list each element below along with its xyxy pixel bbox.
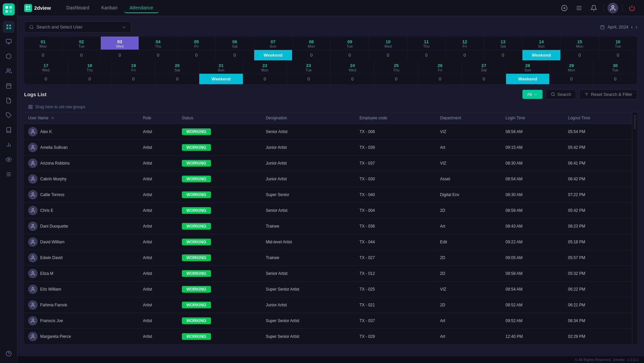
cal-day-02[interactable]: 02Tue xyxy=(62,37,100,50)
cal-day-22[interactable]: 22Mon xyxy=(243,60,287,73)
cal-day-14[interactable]: 14Sun xyxy=(522,37,561,50)
table-row[interactable]: Callie Torress Artist WORKING Super Seni… xyxy=(24,187,632,203)
cal-day-05[interactable]: 05Fri xyxy=(177,37,216,50)
topbar-avatar[interactable] xyxy=(607,3,618,13)
user-name: Eliza M xyxy=(40,271,53,276)
svg-point-36 xyxy=(612,5,614,8)
cell-login: 08:52 AM xyxy=(502,297,564,313)
status-badge: WORKING xyxy=(182,176,211,182)
cal-day-15[interactable]: 15Mon xyxy=(561,37,599,50)
table-row[interactable]: Margareta Pierce Artist WORKING Super Se… xyxy=(24,329,632,345)
table-row[interactable]: Alex K Artist WORKING Senior Artist TX -… xyxy=(24,124,632,140)
date-prev-btn[interactable]: ‹ xyxy=(631,24,633,30)
table-row[interactable]: Chris E Artist WORKING Senior Artist TX … xyxy=(24,203,632,219)
cal-day-01[interactable]: 01Mon xyxy=(24,37,62,50)
sidebar-item-monitor[interactable] xyxy=(3,36,15,48)
sidebar-item-equalizer[interactable] xyxy=(3,168,15,180)
cal-day-21[interactable]: 21Sun xyxy=(199,60,243,73)
cal-day-17[interactable]: 17Wed xyxy=(24,60,68,73)
svg-point-56 xyxy=(32,130,33,131)
sidebar-item-document[interactable] xyxy=(3,95,15,107)
nav-attendance[interactable]: Attendance xyxy=(124,3,159,13)
user-name: Edwin David xyxy=(40,255,63,260)
table-row[interactable]: Amelia Sullivan Artist WORKING Junior Ar… xyxy=(24,140,632,156)
cell-empcode: TX - 037 xyxy=(355,313,436,329)
table-row[interactable]: Edwin David Artist WORKING Trainee TX - … xyxy=(24,250,632,266)
filter-dropdown[interactable]: All xyxy=(522,90,543,99)
cal-day-25[interactable]: 25Thu xyxy=(374,60,418,73)
svg-rect-5 xyxy=(9,24,11,26)
sidebar-item-tag[interactable] xyxy=(3,109,15,121)
app-logo[interactable] xyxy=(3,3,15,15)
date-next-btn[interactable]: › xyxy=(636,24,637,30)
cal-val-11: 0 xyxy=(407,50,445,60)
sidebar-item-chart[interactable] xyxy=(3,139,15,151)
cal-day-10[interactable]: 10Wed xyxy=(369,37,407,50)
sidebar-item-eye[interactable] xyxy=(3,154,15,166)
svg-point-38 xyxy=(30,25,33,28)
sidebar-item-help[interactable] xyxy=(3,348,15,360)
cal-day-27[interactable]: 27Sat xyxy=(462,60,506,73)
table-row[interactable]: Fahima Farook Artist WORKING Junior Arti… xyxy=(24,297,632,313)
cal-day-20[interactable]: 20Sat xyxy=(155,60,199,73)
svg-rect-28 xyxy=(26,8,28,10)
cell-dept: VIZ xyxy=(436,282,502,297)
user-name: David William xyxy=(40,240,65,244)
cal-day-29[interactable]: 29Mon xyxy=(550,60,593,73)
cal-day-06[interactable]: 06Sat xyxy=(216,37,254,50)
col-logout: Logout Time xyxy=(564,112,632,124)
sidebar-item-grid[interactable] xyxy=(3,21,15,33)
sidebar-item-book[interactable] xyxy=(3,124,15,136)
cell-logout: 02:29 PM xyxy=(564,329,632,345)
reset-button[interactable]: Reset Search & Filter xyxy=(579,89,637,99)
cell-designation: Super Senior xyxy=(262,187,356,203)
cal-day-04[interactable]: 04Thu xyxy=(139,37,177,50)
cell-empcode: TX - 030 xyxy=(355,171,436,187)
topbar-menu-icon[interactable] xyxy=(574,3,584,13)
table-row[interactable]: Dani Duoquette Artist WORKING Trainee TX… xyxy=(24,219,632,234)
table-wrapper: User Name Role Status Designation Employ… xyxy=(24,112,637,345)
cal-day-26[interactable]: 26Fri xyxy=(418,60,462,73)
col-username: User Name xyxy=(24,112,139,124)
cal-day-09[interactable]: 09Tue xyxy=(331,37,369,50)
cal-day-08[interactable]: 08Mon xyxy=(292,37,331,50)
table-row[interactable]: Arizona Robbins Artist WORKING Junior Ar… xyxy=(24,156,632,171)
cal-day-12[interactable]: 12Fri xyxy=(446,37,484,50)
search-button[interactable]: Search xyxy=(546,89,576,99)
cell-username: Fahima Farook xyxy=(24,297,139,313)
sidebar-item-box[interactable] xyxy=(3,50,15,62)
table-row[interactable]: Eliza M Artist WORKING Senior Artist TX … xyxy=(24,266,632,282)
cal-day-03[interactable]: 03Wed xyxy=(101,37,139,50)
cell-dept: Edit xyxy=(436,234,502,250)
table-row[interactable]: Cabrin Murphy Artist WORKING Junior Arti… xyxy=(24,171,632,187)
topbar-bell-icon[interactable] xyxy=(588,3,599,13)
user-search-select[interactable]: Search and Select User xyxy=(24,21,131,33)
cal-day-18[interactable]: 18Thu xyxy=(68,60,112,73)
cal-val-28: Weekend xyxy=(506,73,550,84)
table-row[interactable]: Franscis Joe Artist WORKING Super Senior… xyxy=(24,313,632,329)
topbar-add-icon[interactable] xyxy=(559,3,570,13)
table-row[interactable]: Eric William Artist WORKING Super Senior… xyxy=(24,282,632,297)
cal-day-16[interactable]: 16Tue xyxy=(599,37,637,50)
cal-day-30[interactable]: 30Tue xyxy=(593,60,637,73)
cell-username: Franscis Joe xyxy=(24,313,139,329)
nav-dashboard[interactable]: Dashboard xyxy=(61,3,95,13)
col-role: Role xyxy=(139,112,178,124)
cal-day-28[interactable]: 28Sun xyxy=(506,60,550,73)
svg-rect-34 xyxy=(577,8,582,8)
cal-day-13[interactable]: 13Sat xyxy=(484,37,522,50)
topbar-power-icon[interactable] xyxy=(627,3,637,13)
cal-day-24[interactable]: 24Wed xyxy=(331,60,375,73)
sidebar-item-users[interactable] xyxy=(3,65,15,77)
sidebar-item-calendar[interactable] xyxy=(3,80,15,92)
user-name: Dani Duoquette xyxy=(40,224,68,229)
table-row[interactable]: David William Artist WORKING Mid-level A… xyxy=(24,234,632,250)
svg-rect-12 xyxy=(6,84,11,88)
cal-day-23[interactable]: 23Tue xyxy=(287,60,331,73)
status-badge: WORKING xyxy=(182,144,211,151)
nav-kanban[interactable]: Kanban xyxy=(96,3,123,13)
cal-day-07[interactable]: 07Sun xyxy=(254,37,292,50)
cal-day-11[interactable]: 11Thu xyxy=(407,37,445,50)
cal-day-19[interactable]: 19Fri xyxy=(112,60,156,73)
svg-rect-8 xyxy=(6,39,11,43)
